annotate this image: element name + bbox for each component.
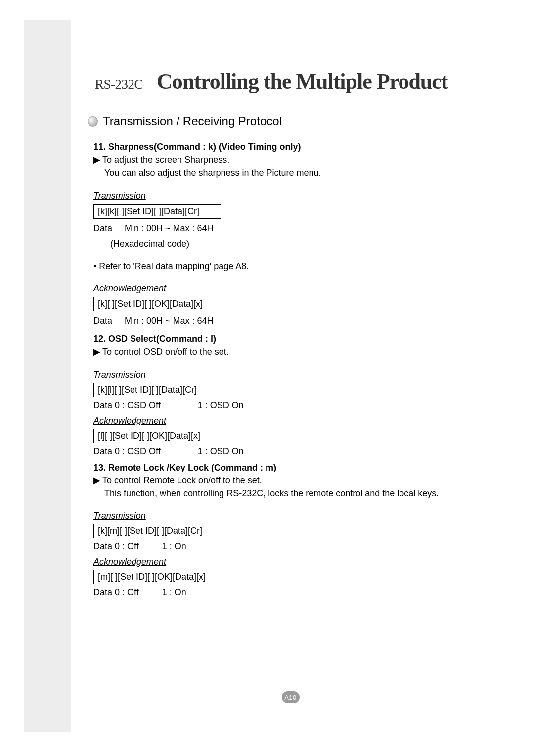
cmd13-trans-data-b: 1 : On <box>162 541 186 552</box>
body: Transmission / Receiving Protocol 11. Sh… <box>71 98 510 598</box>
cmd13-transmission-label: Transmission <box>93 511 485 521</box>
cmd12-desc1-row: ▶ To control OSD on/off to the set. <box>93 345 485 358</box>
header-prefix: RS-232C <box>95 77 143 92</box>
content-area: RS-232C Controlling the Multiple Product… <box>71 20 510 732</box>
cmd12-ack-box: [l][ ][Set ID][ ][OK][Data][x] <box>93 429 221 443</box>
cmd13-trans-data-a: Data 0 : Off <box>93 541 139 551</box>
cmd13-ack-box: [m][ ][Set ID][ ][OK][Data][x] <box>93 570 221 584</box>
cmd12-ack-data-a: Data 0 : OSD Off <box>93 446 161 456</box>
header-title: Controlling the Multiple Product <box>157 69 448 94</box>
cmd11-data2: (Hexadecimal code) <box>110 237 485 250</box>
cmd13-heading: 13. Remote Lock /Key Lock (Command : m) <box>93 463 485 473</box>
cmd11-transmission-label: Transmission <box>93 191 485 201</box>
cmd13-ack-data-b: 1 : On <box>162 587 186 598</box>
triangle-right-icon: ▶ <box>93 153 100 166</box>
cmd11-desc1-row: ▶ To adjust the screen Sharpness. <box>93 153 485 166</box>
command-13-block: 13. Remote Lock /Key Lock (Command : m) … <box>88 463 485 598</box>
cmd12-ack-data-b: 1 : OSD On <box>198 446 244 457</box>
cmd13-desc1-row: ▶ To control Remote Lock on/off to the s… <box>93 474 485 487</box>
cmd12-ack-label: Acknowledgement <box>93 416 485 426</box>
cmd13-ack-label: Acknowledgement <box>93 557 485 567</box>
page-header: RS-232C Controlling the Multiple Product <box>71 69 510 98</box>
cmd13-trans-data: Data 0 : Off 1 : On <box>93 541 485 552</box>
cmd12-desc1: To control OSD on/off to the set. <box>102 345 229 358</box>
cmd13-ack-data: Data 0 : Off 1 : On <box>93 587 485 598</box>
cmd11-desc1: To adjust the screen Sharpness. <box>102 153 229 166</box>
cmd13-desc2: This function, when controlling RS-232C,… <box>104 487 485 500</box>
cmd12-heading: 12. OSD Select(Command : l) <box>93 334 485 344</box>
cmd11-note: • Refer to 'Real data mapping' page A8. <box>93 261 485 272</box>
cmd11-data1: Data Min : 00H ~ Max : 64H <box>93 222 485 235</box>
cmd12-trans-data: Data 0 : OSD Off 1 : OSD On <box>93 400 485 411</box>
section-heading: Transmission / Receiving Protocol <box>103 114 282 128</box>
triangle-right-icon: ▶ <box>93 474 100 487</box>
cmd12-transmission-box: [k][l][ ][Set ID][ ][Data][Cr] <box>93 383 221 397</box>
triangle-right-icon: ▶ <box>93 345 100 358</box>
command-12-block: 12. OSD Select(Command : l) ▶ To control… <box>88 334 485 456</box>
cmd12-ack-data: Data 0 : OSD Off 1 : OSD On <box>93 446 485 457</box>
cmd11-ack-box: [k][ ][Set ID][ ][OK][Data][x] <box>93 297 221 311</box>
cmd12-trans-data-a: Data 0 : OSD Off <box>93 400 161 410</box>
page-frame: RS-232C Controlling the Multiple Product… <box>24 20 510 732</box>
cmd11-ack-data: Data Min : 00H ~ Max : 64H <box>93 314 485 327</box>
bullet-disc-icon <box>88 116 98 127</box>
command-11-block: 11. Sharpness(Command : k) (Video Timing… <box>88 142 485 327</box>
cmd12-transmission-label: Transmission <box>93 370 485 380</box>
cmd11-ack-label: Acknowledgement <box>93 284 485 294</box>
cmd13-desc1: To control Remote Lock on/off to the set… <box>102 474 262 487</box>
cmd11-transmission-box: [k][k][ ][Set ID][ ][Data][Cr] <box>93 204 221 219</box>
cmd11-desc2: You can also adjust the sharpness in the… <box>104 166 485 179</box>
cmd11-heading: 11. Sharpness(Command : k) (Video Timing… <box>93 142 485 152</box>
cmd13-ack-data-a: Data 0 : Off <box>93 587 139 597</box>
page-number-badge: A10 <box>282 691 300 703</box>
section-heading-row: Transmission / Receiving Protocol <box>88 114 485 128</box>
cmd13-transmission-box: [k][m][ ][Set ID][ ][Data][Cr] <box>93 524 221 538</box>
cmd12-trans-data-b: 1 : OSD On <box>198 400 244 411</box>
